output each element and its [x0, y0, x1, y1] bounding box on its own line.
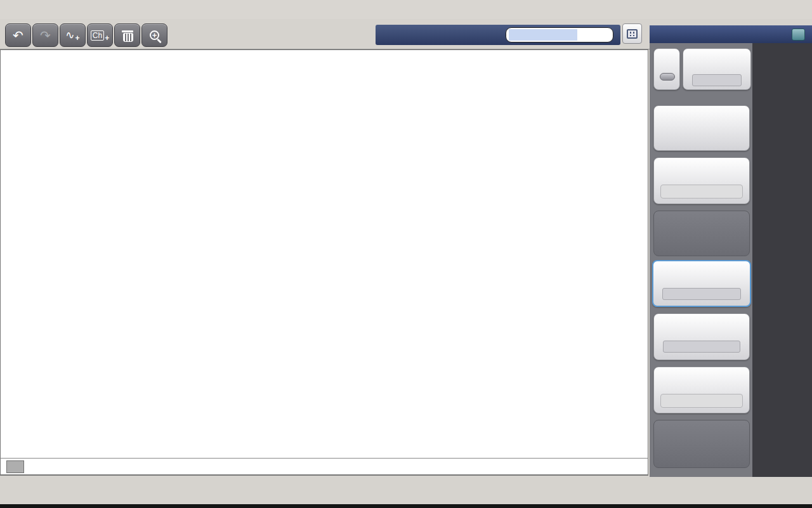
- zoom-button[interactable]: +: [141, 23, 167, 47]
- ifbw-input[interactable]: [506, 27, 613, 42]
- add-trace-icon: ∿: [65, 29, 74, 42]
- if-bw-shape-value: [663, 341, 740, 353]
- plus-icon: +: [105, 34, 109, 42]
- average-type-toggle[interactable]: [660, 185, 743, 199]
- add-trace-button[interactable]: ∿+: [60, 23, 86, 47]
- channel-status-bar: [0, 458, 648, 475]
- trash-icon: [123, 30, 132, 41]
- undo-button[interactable]: ↶: [5, 23, 31, 47]
- redo-button[interactable]: ↷: [32, 23, 58, 47]
- empty-button-1: [653, 211, 750, 256]
- if-bw-shape-button[interactable]: [653, 313, 750, 360]
- ifbw-toolbar: [376, 25, 620, 45]
- if-bw-shape-label: [654, 322, 749, 332]
- averaging-toggle-button[interactable]: [653, 48, 680, 90]
- bottom-edge: [0, 504, 812, 508]
- keypad-icon: [627, 29, 638, 39]
- close-icon[interactable]: [792, 29, 805, 41]
- avg-bw-panel: [650, 25, 812, 477]
- add-channel-button[interactable]: Ch+: [87, 23, 113, 47]
- channel-number-badge[interactable]: [6, 460, 24, 473]
- plot-svg: [0, 49, 648, 476]
- empty-button-2: [653, 420, 750, 468]
- lf-auto-bw-button[interactable]: [653, 367, 750, 414]
- if-bandwidth-value: [662, 288, 741, 300]
- zoom-icon: +: [150, 30, 159, 40]
- lf-auto-bw-toggle[interactable]: [660, 394, 743, 408]
- averaging-value: [692, 74, 742, 86]
- if-bandwidth-button[interactable]: [652, 260, 751, 307]
- toggle-led-icon: [660, 73, 675, 81]
- status-bar-1: [0, 477, 812, 492]
- averaging-button[interactable]: [683, 48, 751, 90]
- average-type-button[interactable]: [653, 157, 750, 204]
- plus-icon: +: [75, 34, 80, 42]
- menu-bar: [0, 0, 812, 19]
- panel-header: [650, 25, 812, 43]
- redo-icon: ↷: [40, 28, 51, 43]
- averaging-restart-button[interactable]: [653, 105, 750, 151]
- undo-icon: ↶: [13, 28, 23, 43]
- panel-tab-strip: [752, 43, 812, 477]
- keypad-button[interactable]: [622, 23, 642, 44]
- delete-button[interactable]: [114, 23, 140, 47]
- ifbw-input-selection: [509, 29, 577, 41]
- add-channel-icon: Ch: [91, 30, 104, 41]
